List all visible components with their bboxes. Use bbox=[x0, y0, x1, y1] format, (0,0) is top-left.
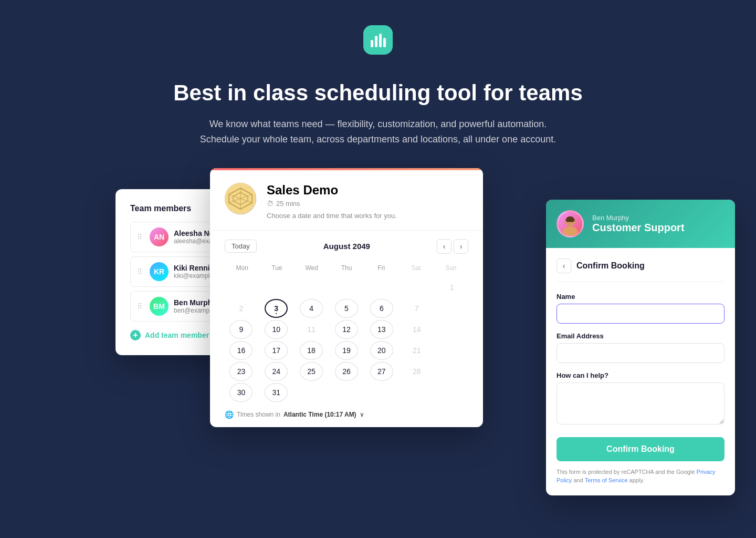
cal-day-6[interactable]: 6 bbox=[370, 299, 393, 318]
help-label: How can I help? bbox=[556, 371, 724, 379]
sales-demo-title: Sales Demo bbox=[267, 183, 397, 198]
cal-day-1: 1 bbox=[440, 278, 464, 297]
cal-day-empty bbox=[440, 320, 464, 339]
confirm-booking-button[interactable]: Confirm Booking bbox=[556, 437, 724, 461]
cal-day-empty bbox=[265, 278, 288, 297]
day-label-tue: Tue bbox=[259, 262, 294, 274]
cal-day-23[interactable]: 23 bbox=[229, 362, 253, 381]
cal-day-5[interactable]: 5 bbox=[335, 299, 358, 318]
cal-day-4[interactable]: 4 bbox=[300, 299, 323, 318]
cal-day-30[interactable]: 30 bbox=[229, 383, 253, 402]
logo bbox=[363, 25, 393, 55]
page-title: Best in class scheduling tool for teams bbox=[10, 80, 746, 106]
drag-handle-icon[interactable]: ⠿ bbox=[137, 233, 142, 241]
today-button[interactable]: Today bbox=[225, 240, 257, 253]
cal-day-empty bbox=[440, 341, 464, 360]
cal-day-10[interactable]: 10 bbox=[265, 320, 288, 339]
cal-day-13[interactable]: 13 bbox=[370, 320, 393, 339]
plus-icon: + bbox=[130, 330, 141, 340]
sales-demo-section: Sales Demo ⏱ 25 mins Choose a date and t… bbox=[210, 170, 483, 231]
page-subtitle: We know what teams need — flexibility, c… bbox=[200, 117, 556, 147]
globe-icon: 🌐 bbox=[225, 410, 234, 419]
cal-day-17[interactable]: 17 bbox=[265, 341, 288, 360]
cal-day-empty bbox=[440, 383, 464, 402]
duration-text: 25 mins bbox=[276, 200, 300, 208]
timezone-prefix: Times shown in bbox=[237, 411, 280, 418]
prev-month-button[interactable]: ‹ bbox=[437, 239, 452, 254]
cal-day-empty bbox=[370, 278, 393, 297]
booking-body: ‹ Confirm Booking Name Email Address How… bbox=[546, 248, 735, 495]
cal-day-7: 7 bbox=[405, 299, 428, 318]
booking-agent-avatar bbox=[556, 210, 584, 237]
confirm-booking-heading: Confirm Booking bbox=[576, 261, 645, 271]
cal-day-16[interactable]: 16 bbox=[229, 341, 253, 360]
cal-day-empty bbox=[335, 383, 358, 402]
booking-form-card: Ben Murphy Customer Support ‹ Confirm Bo… bbox=[546, 200, 735, 495]
day-label-sat: Sat bbox=[398, 262, 433, 274]
page-header: Best in class scheduling tool for teams … bbox=[0, 0, 756, 168]
day-label-wed: Wed bbox=[295, 262, 329, 274]
help-textarea[interactable] bbox=[556, 382, 724, 425]
drag-handle-icon[interactable]: ⠿ bbox=[137, 302, 142, 311]
calendar-section: Today August 2049 ‹ › Mon Tue Wed Thu Fr… bbox=[210, 231, 483, 427]
cal-day-26[interactable]: 26 bbox=[335, 362, 358, 381]
cal-day-27[interactable]: 27 bbox=[370, 362, 393, 381]
booking-header: Ben Murphy Customer Support bbox=[546, 200, 735, 248]
email-input[interactable] bbox=[556, 343, 724, 363]
name-label: Name bbox=[556, 293, 724, 301]
calendar-grid: 1 2 3 4 5 6 7 9 10 11 12 13 14 bbox=[225, 278, 468, 402]
cal-day-12[interactable]: 12 bbox=[335, 320, 358, 339]
day-label-fri: Fri bbox=[364, 262, 398, 274]
sales-description: Choose a date and time that works for yo… bbox=[267, 212, 397, 220]
svg-rect-10 bbox=[573, 221, 575, 224]
calendar-arrows: ‹ › bbox=[437, 239, 468, 254]
cal-day-24[interactable]: 24 bbox=[265, 362, 288, 381]
back-button[interactable]: ‹ bbox=[556, 258, 571, 273]
duration-badge: ⏱ 25 mins bbox=[267, 200, 397, 208]
sales-avatar bbox=[225, 183, 256, 214]
cal-day-empty bbox=[440, 362, 464, 381]
calendar-month: August 2049 bbox=[323, 242, 370, 251]
booking-agent-name: Ben Murphy bbox=[592, 214, 685, 222]
drag-handle-icon[interactable]: ⠿ bbox=[137, 267, 142, 276]
cal-day-11: 11 bbox=[300, 320, 323, 339]
avatar: KR bbox=[150, 262, 169, 281]
calendar-card: Sales Demo ⏱ 25 mins Choose a date and t… bbox=[210, 168, 483, 427]
terms-of-service-link[interactable]: Terms of Service bbox=[585, 477, 628, 483]
cal-day-empty bbox=[405, 383, 428, 402]
calendar-days-header: Mon Tue Wed Thu Fri Sat Sun bbox=[225, 262, 468, 274]
add-member-label: Add team member bbox=[145, 331, 209, 339]
booking-nav: ‹ Confirm Booking bbox=[556, 258, 724, 282]
next-month-button[interactable]: › bbox=[454, 239, 468, 254]
help-field-group: How can I help? bbox=[556, 371, 724, 427]
booking-role: Customer Support bbox=[592, 222, 685, 234]
cal-day-empty bbox=[300, 383, 323, 402]
avatar: BM bbox=[150, 297, 169, 316]
timezone-row: 🌐 Times shown in Atlantic Time (10:17 AM… bbox=[225, 410, 468, 419]
cal-day-9[interactable]: 9 bbox=[229, 320, 253, 339]
cal-day-14: 14 bbox=[405, 320, 428, 339]
cal-day-18[interactable]: 18 bbox=[300, 341, 323, 360]
cal-day-21: 21 bbox=[405, 341, 428, 360]
email-field-group: Email Address bbox=[556, 332, 724, 363]
day-label-mon: Mon bbox=[225, 262, 259, 274]
name-input[interactable] bbox=[556, 304, 724, 324]
timezone-value: Atlantic Time (10:17 AM) bbox=[284, 411, 356, 418]
timezone-caret[interactable]: ∨ bbox=[360, 411, 364, 418]
avatar: AN bbox=[150, 227, 169, 246]
calendar-nav: Today August 2049 ‹ › bbox=[225, 239, 468, 254]
svg-point-7 bbox=[563, 226, 578, 236]
email-label: Email Address bbox=[556, 332, 724, 340]
cal-day-empty bbox=[229, 278, 253, 297]
day-label-sun: Sun bbox=[434, 262, 468, 274]
logo-icon bbox=[371, 33, 386, 47]
cal-day-empty bbox=[370, 383, 393, 402]
cal-day-empty bbox=[335, 278, 358, 297]
cal-day-20[interactable]: 20 bbox=[370, 341, 393, 360]
cal-day-19[interactable]: 19 bbox=[335, 341, 358, 360]
cal-day-3[interactable]: 3 bbox=[265, 299, 288, 318]
cal-day-25[interactable]: 25 bbox=[300, 362, 323, 381]
day-label-thu: Thu bbox=[329, 262, 364, 274]
privacy-policy-link[interactable]: Privacy Policy bbox=[556, 469, 716, 484]
cal-day-31[interactable]: 31 bbox=[265, 383, 288, 402]
